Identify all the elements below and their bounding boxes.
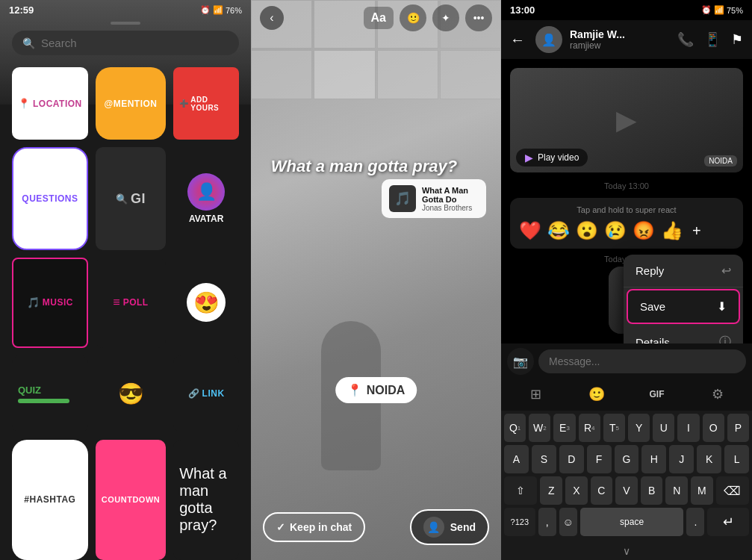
back-button-p2[interactable]: ‹ xyxy=(260,6,284,30)
search-input[interactable] xyxy=(41,37,229,49)
alarm-icon: ⏰ xyxy=(200,5,211,15)
music-card[interactable]: 🎵 What A Man Gotta Do Jonas Brothers xyxy=(382,179,486,218)
space-key[interactable]: space xyxy=(580,508,684,536)
key-m[interactable]: M xyxy=(691,476,713,505)
settings-button[interactable]: ⚙ xyxy=(689,382,746,406)
key-w[interactable]: W2 xyxy=(529,414,550,442)
context-details-item[interactable]: Details ⓘ xyxy=(624,326,743,343)
apps-button[interactable]: ⊞ xyxy=(507,382,565,406)
story-text: What a man gotta pray? xyxy=(271,157,457,176)
story-view-panel: ‹ Aa 🙂 ✦ ••• What a man gotta pray? 🎵 Wh… xyxy=(251,0,501,560)
drag-handle[interactable] xyxy=(111,22,140,25)
emoji-laugh-react[interactable]: 😂 xyxy=(547,220,570,241)
sticker-questions[interactable]: QUESTIONS xyxy=(12,147,88,249)
sticker-hashtag[interactable]: #HASHTAG xyxy=(12,440,88,560)
keyboard-row-1: Q1 W2 E3 R4 T5 Y U I O P xyxy=(504,414,749,442)
key-e[interactable]: E3 xyxy=(553,414,575,442)
sticker-emoji-hearteyes[interactable]: 😍 xyxy=(173,258,239,348)
search-bar[interactable]: 🔍 xyxy=(12,31,239,55)
sticker-emoji2[interactable]: 😎 xyxy=(96,355,166,432)
key-x[interactable]: X xyxy=(565,476,588,505)
shift-key[interactable]: ⇧ xyxy=(504,476,537,505)
username: Ramjie W... xyxy=(570,28,670,40)
sticker-mention[interactable]: @MENTION xyxy=(96,67,166,140)
camera-button[interactable]: 📷 xyxy=(507,348,534,375)
sticker-location[interactable]: 📍 LOCATION xyxy=(12,67,88,140)
backspace-key[interactable]: ⌫ xyxy=(716,476,749,505)
key-k[interactable]: K xyxy=(697,445,721,473)
emoji-thumbsup-react[interactable]: 👍 xyxy=(661,220,683,241)
key-s[interactable]: S xyxy=(532,445,556,473)
comma-key[interactable]: , xyxy=(538,508,556,536)
key-b[interactable]: B xyxy=(641,476,663,505)
send-label: Send xyxy=(450,521,476,533)
gif-button[interactable]: GIF xyxy=(628,382,686,406)
video-message[interactable]: ▶ ▶ Play video NOIDA xyxy=(510,68,743,172)
send-button[interactable]: 👤 Send xyxy=(410,509,489,545)
sticker-location-label: LOCATION xyxy=(33,99,82,109)
return-key[interactable]: ↵ xyxy=(707,508,749,536)
key-p[interactable]: P xyxy=(727,414,749,442)
sticker-music[interactable]: 🎵 MUSIC xyxy=(12,258,88,348)
key-q[interactable]: Q1 xyxy=(504,414,526,442)
key-d[interactable]: D xyxy=(559,445,584,473)
more-tool-button[interactable]: ••• xyxy=(465,4,492,31)
message-input[interactable] xyxy=(538,349,746,373)
context-save-item[interactable]: Save ⬇ xyxy=(627,289,740,324)
key-h[interactable]: H xyxy=(641,445,666,473)
key-v[interactable]: V xyxy=(615,476,638,505)
keep-chat-button[interactable]: ✓ Keep in chat xyxy=(263,512,365,542)
key-j[interactable]: J xyxy=(669,445,694,473)
video-play-icon: ▶ xyxy=(616,105,637,136)
key-t[interactable]: T5 xyxy=(603,414,625,442)
sticker-poll[interactable]: ≡ POLL xyxy=(96,258,166,348)
location-sticker[interactable]: 📍 NOIDA xyxy=(335,377,417,403)
emoji-angry-react[interactable]: 😡 xyxy=(633,220,655,241)
flag-icon[interactable]: ⚑ xyxy=(731,31,743,48)
sticker-quiz[interactable]: QUIZ xyxy=(12,355,88,432)
sticker-addyours[interactable]: ➕ ADD YOURS xyxy=(173,67,239,140)
sticker-link[interactable]: 🔗 LINK xyxy=(173,355,239,432)
emoji-wow-react[interactable]: 😮 xyxy=(576,220,598,241)
sticker-countdown[interactable]: COUNTDOWN xyxy=(96,440,166,560)
key-u[interactable]: U xyxy=(653,414,674,442)
back-button-p3[interactable]: ← xyxy=(510,31,525,49)
video-call-icon[interactable]: 📱 xyxy=(704,31,721,48)
key-f[interactable]: F xyxy=(587,445,612,473)
key-r[interactable]: R4 xyxy=(579,414,600,442)
key-y[interactable]: Y xyxy=(628,414,650,442)
key-a[interactable]: A xyxy=(504,445,529,473)
num-key[interactable]: ?123 xyxy=(504,508,535,536)
message-input-bar: 📷 ⊞ 🙂 GIF ⚙ xyxy=(501,343,752,411)
status-time-p3: 13:00 xyxy=(510,4,535,16)
key-g[interactable]: G xyxy=(615,445,639,473)
sticker-gif[interactable]: 🔍 GI xyxy=(96,147,166,249)
key-i[interactable]: I xyxy=(677,414,699,442)
key-l[interactable]: L xyxy=(724,445,749,473)
phone-icon[interactable]: 📞 xyxy=(677,31,694,48)
key-c[interactable]: C xyxy=(591,476,613,505)
keyboard-row-4: ?123 , ☺ space . ↵ xyxy=(504,508,749,536)
key-z[interactable]: Z xyxy=(540,476,562,505)
sticker-quiz-bar xyxy=(18,399,69,403)
emoji-key[interactable]: ☺ xyxy=(559,508,577,536)
sticker-avatar[interactable]: 👤 AVATAR xyxy=(173,147,239,249)
key-o[interactable]: O xyxy=(703,414,724,442)
emoji-heart-react[interactable]: ❤️ xyxy=(519,220,541,241)
sticker-tool-button[interactable]: 🙂 xyxy=(400,4,426,31)
key-n[interactable]: N xyxy=(665,476,688,505)
text-tool-button[interactable]: Aa xyxy=(364,7,394,29)
play-video-overlay[interactable]: ▶ Play video xyxy=(516,149,588,167)
sticker-temp[interactable]: What a man gotta pray? xyxy=(173,440,239,560)
add-reaction-button[interactable]: + xyxy=(692,223,701,240)
context-reply-item[interactable]: Reply ↩ xyxy=(624,255,743,287)
sticker-mention-label: @MENTION xyxy=(104,99,157,109)
emoji-cry-react[interactable]: 😢 xyxy=(604,220,627,241)
period-key[interactable]: . xyxy=(686,508,704,536)
story-toolbar: Aa 🙂 ✦ ••• xyxy=(364,4,492,31)
chevron-down-icon[interactable]: ∨ xyxy=(623,545,630,557)
sticker-poll-label: POLL xyxy=(123,297,149,308)
effect-tool-button[interactable]: ✦ xyxy=(432,4,459,31)
location-pin-icon: 📍 xyxy=(347,383,362,397)
sticker-button[interactable]: 🙂 xyxy=(568,382,625,406)
